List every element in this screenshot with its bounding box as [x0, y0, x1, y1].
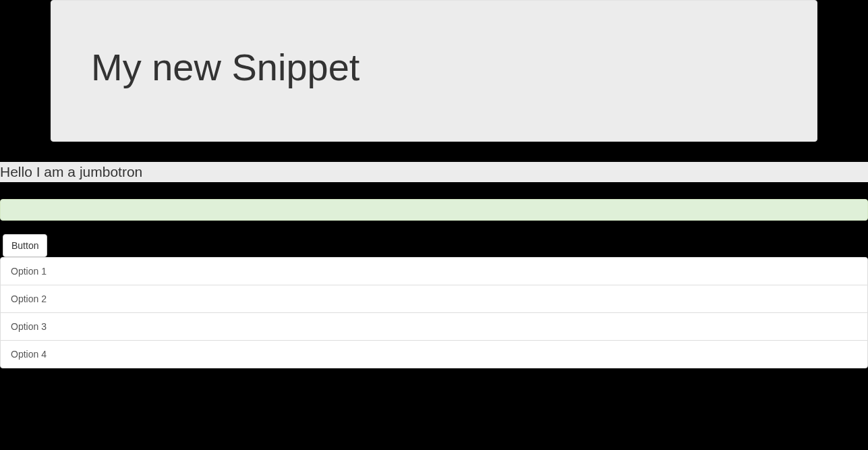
default-button[interactable]: Button [3, 234, 47, 257]
options-list: Option 1 Option 2 Option 3 Option 4 [0, 257, 868, 368]
alert-success [0, 199, 868, 221]
list-item[interactable]: Option 3 [0, 312, 868, 341]
list-item[interactable]: Option 2 [0, 285, 868, 313]
well-panel: My new Snippet [51, 0, 817, 142]
list-item[interactable]: Option 4 [0, 340, 868, 368]
jumbotron-text: Hello I am a jumbotron [0, 162, 868, 182]
jumbotron-panel: Hello I am a jumbotron [0, 162, 868, 182]
list-item[interactable]: Option 1 [0, 257, 868, 285]
well-title: My new Snippet [64, 13, 804, 128]
